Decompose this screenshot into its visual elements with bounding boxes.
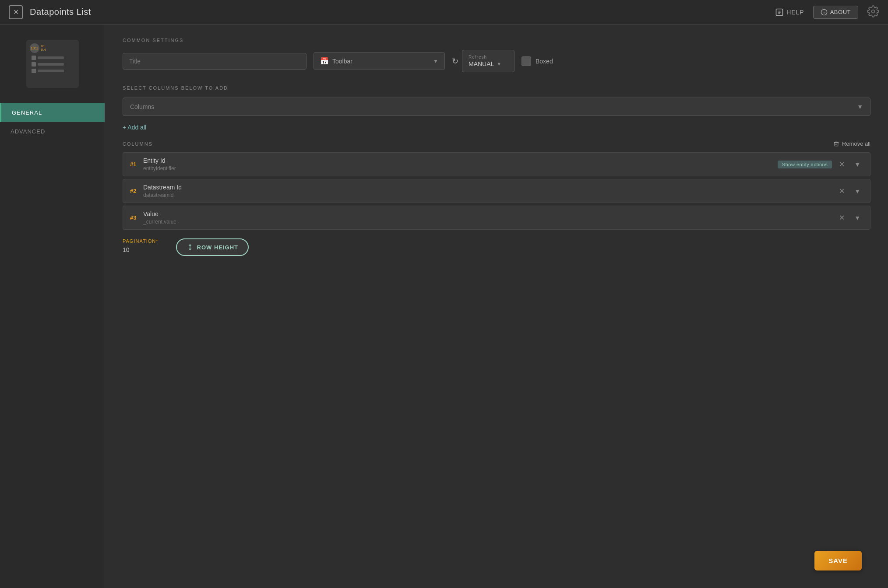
svg-point-4	[872, 10, 875, 13]
pagination-value: 10	[123, 246, 159, 253]
refresh-group: ↻ Refresh MANUAL ▼	[452, 50, 514, 72]
col-3-expand-button[interactable]: ▼	[852, 214, 863, 222]
col-1-expand-button[interactable]: ▼	[852, 160, 863, 169]
col-2-name: Datastream Id	[143, 184, 836, 191]
trash-icon	[833, 141, 839, 147]
remove-all-label: Remove all	[842, 140, 870, 147]
close-icon: ✕	[13, 8, 19, 16]
refresh-select[interactable]: Refresh MANUAL ▼	[462, 50, 514, 72]
col-3-key: _current.value	[143, 219, 836, 225]
close-button[interactable]: ✕	[9, 5, 23, 19]
help-button[interactable]: HELP	[775, 8, 804, 17]
col-1-name: Entity Id	[143, 157, 778, 164]
col-3-remove-button[interactable]: ✕	[836, 213, 847, 223]
toolbar-select[interactable]: 📅 Toolbar ▼	[314, 52, 445, 70]
toolbar-label: Toolbar	[332, 58, 352, 65]
column-row-3: #3 Value _current.value ✕ ▼	[123, 206, 870, 230]
sidebar: 10:1 010.4	[0, 24, 105, 588]
columns-dropdown[interactable]: Columns ▼	[123, 98, 870, 116]
common-settings-label: COMMON SETTINGS	[123, 38, 870, 43]
page-title: Datapoints List	[30, 7, 91, 17]
refresh-value: MANUAL	[469, 60, 494, 67]
boxed-checkbox[interactable]	[522, 56, 531, 66]
sidebar-item-general[interactable]: GENERAL	[0, 103, 105, 122]
col-2-number: #2	[130, 188, 143, 194]
row-height-label: ROW HEIGHT	[197, 244, 239, 251]
header-bar: ✕ Datapoints List HELP ABOUT	[0, 0, 888, 24]
pagination-label: Pagination*	[123, 238, 159, 244]
content-area: COMMON SETTINGS 📅 Toolbar ▼ ↻ Refresh MA…	[105, 24, 888, 588]
info-icon	[821, 9, 828, 16]
pagination-row: Pagination* 10 ROW HEIGHT	[123, 238, 870, 256]
row-height-button[interactable]: ROW HEIGHT	[176, 238, 249, 256]
columns-dropdown-text: Columns	[130, 103, 154, 110]
columns-header: COLUMNS Remove all	[123, 140, 870, 147]
boxed-label: Boxed	[536, 58, 553, 65]
add-all-label: + Add all	[123, 124, 146, 131]
calendar-icon: 📅	[320, 57, 329, 65]
add-all-button[interactable]: + Add all	[123, 121, 870, 133]
col-2-remove-button[interactable]: ✕	[836, 186, 847, 196]
col-1-number: #1	[130, 161, 143, 168]
help-icon	[775, 8, 784, 17]
widget-icon: 10:1 010.4	[26, 40, 79, 88]
col-1-remove-button[interactable]: ✕	[836, 159, 847, 169]
columns-label: COLUMNS	[123, 141, 153, 147]
refresh-icon: ↻	[452, 56, 458, 66]
refresh-dropdown-arrow: ▼	[497, 61, 501, 66]
common-settings-row: 📅 Toolbar ▼ ↻ Refresh MANUAL ▼	[123, 50, 870, 72]
about-button[interactable]: ABOUT	[813, 6, 858, 19]
refresh-label: Refresh	[469, 55, 508, 60]
settings-icon-top[interactable]	[867, 5, 879, 19]
row-height-icon	[187, 244, 194, 251]
show-entity-actions-badge: Show entity actions	[778, 161, 832, 168]
col-1-key: entityIdentifier	[143, 165, 778, 172]
col-3-number: #3	[130, 214, 143, 221]
title-input[interactable]	[123, 53, 307, 70]
column-row-1: #1 Entity Id entityIdentifier Show entit…	[123, 152, 870, 176]
toolbar-dropdown-arrow: ▼	[433, 58, 438, 64]
col-2-key: datastreamid	[143, 192, 836, 198]
sidebar-item-advanced[interactable]: ADVANCED	[0, 122, 105, 141]
header-right: HELP ABOUT	[775, 5, 879, 19]
boxed-group: Boxed	[522, 56, 553, 66]
widget-preview: 10:1 010.4	[0, 24, 105, 103]
select-columns-label: SELECT COLUMNS BELOW TO ADD	[123, 85, 870, 91]
main-layout: 10:1 010.4	[0, 24, 888, 588]
col-3-name: Value	[143, 210, 836, 217]
col-2-expand-button[interactable]: ▼	[852, 187, 863, 196]
save-button[interactable]: SAVE	[814, 551, 862, 570]
columns-dropdown-arrow: ▼	[857, 103, 863, 110]
column-row-2: #2 Datastream Id datastreamid ✕ ▼	[123, 179, 870, 203]
remove-all-button[interactable]: Remove all	[833, 140, 870, 147]
